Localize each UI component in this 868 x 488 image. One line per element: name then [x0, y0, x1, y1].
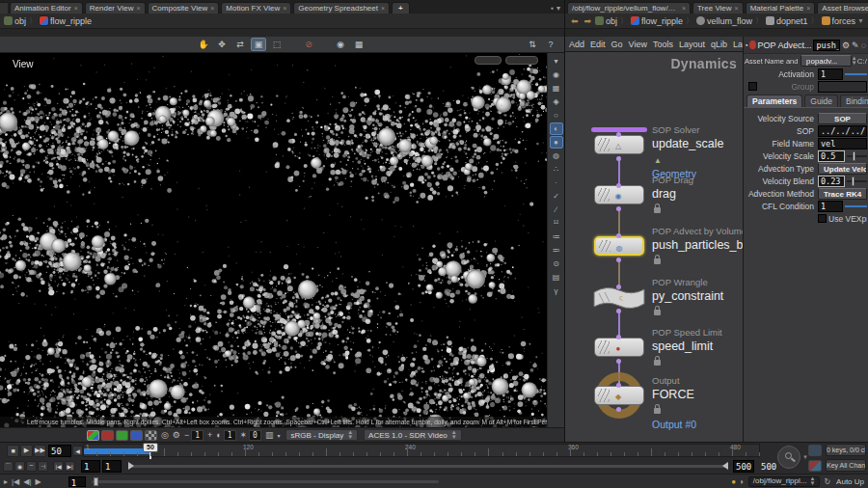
crumb-vellum-flow[interactable]: vellum_flow [707, 16, 752, 26]
field-name-field[interactable]: vel [818, 138, 867, 149]
velocity-scale-field[interactable]: 0.5 [818, 150, 845, 162]
message-log-icon[interactable]: ▸ [4, 477, 8, 486]
tab-motion-fx-view[interactable]: Motion FX View× [221, 2, 291, 14]
playbar-jog-knob[interactable] [777, 446, 800, 469]
view-menu-icon[interactable]: ▾ [550, 55, 563, 68]
knob-dropdown-icon[interactable]: ▼ [802, 454, 808, 460]
spotlight-icon[interactable]: ○ [550, 109, 563, 122]
group-list-icon[interactable]: ≔ [550, 230, 563, 243]
range-end-handle[interactable] [722, 462, 728, 470]
node-input-dot[interactable] [616, 335, 621, 339]
timeline-ruler[interactable]: 1 120 240 360 480 50 [83, 444, 760, 457]
go-range-end-button[interactable]: ▶| [65, 461, 75, 472]
close-icon[interactable]: × [806, 5, 810, 12]
group-field[interactable] [818, 81, 867, 93]
close-icon[interactable]: × [381, 5, 385, 12]
close-icon[interactable]: × [283, 5, 286, 12]
box-select-icon[interactable]: ⬚ [269, 38, 285, 51]
current-frame-field[interactable]: 50 [48, 445, 71, 457]
tab-network-path[interactable]: /obj/flow_ripple/vellum_flow/dopnet1/for… [567, 2, 691, 14]
playback-prev-icon[interactable]: |◀ [12, 477, 19, 486]
viewport-help-icon[interactable]: ? [543, 38, 558, 51]
playhead[interactable]: 50 [143, 443, 158, 452]
sop-path-field[interactable]: ../../../../V [818, 125, 867, 137]
secure-selection-icon[interactable]: ▣ [251, 38, 266, 51]
tab-animation-editor[interactable]: Animation Editor× [10, 2, 83, 14]
display-settings-gear-icon[interactable]: ⚙ [173, 430, 180, 440]
breadcrumb-flow-ripple[interactable]: flow_ripple [50, 16, 92, 26]
use-vexpression-checkbox[interactable] [818, 214, 827, 223]
gamma-field[interactable]: 0 [249, 430, 261, 441]
brush-icon[interactable]: ✎ [852, 41, 859, 50]
node-output-dot[interactable] [616, 206, 621, 211]
range-start-handle[interactable] [128, 462, 134, 470]
headlight-icon[interactable]: ◐ [550, 122, 563, 135]
node-input-dot[interactable] [616, 383, 621, 388]
node-output-dot[interactable] [616, 359, 621, 364]
gain-plus-button[interactable]: + [207, 430, 212, 440]
channel-editor-icon[interactable] [808, 460, 822, 472]
view-pan-tool-icon[interactable]: ✥ [214, 38, 230, 51]
tab-bindings[interactable]: Bindings [840, 95, 868, 107]
visualizers-icon[interactable]: ≕ [550, 244, 563, 257]
gamma-toggle-icon[interactable]: γ [550, 285, 563, 297]
node-input-dot[interactable] [616, 285, 621, 289]
keyframe-view-icon[interactable] [808, 445, 822, 456]
network-editor[interactable]: Dynamics △ SOP Solver update_scale ▲ Geo… [564, 52, 743, 442]
menu-layout[interactable]: Layout [679, 40, 705, 49]
playback-range-slider[interactable] [129, 465, 727, 468]
node-output-dot[interactable] [616, 258, 621, 262]
keyframe-options-icon[interactable]: ⁗ [26, 461, 37, 472]
profile-curves-icon[interactable]: ∕ [550, 203, 563, 216]
global-end-field[interactable]: 500 [758, 460, 779, 473]
lut-dropdown-arrow-icon[interactable]: ▾ [277, 432, 280, 439]
node-input-dot[interactable] [616, 183, 621, 188]
menu-edit[interactable]: Edit [590, 40, 606, 49]
crumb-obj[interactable]: obj [606, 16, 617, 26]
magnify-icon[interactable]: ◌ [861, 41, 866, 50]
cfl-condition-field[interactable]: 1 [818, 201, 843, 212]
scrub-handle[interactable] [94, 477, 98, 486]
nav-forward-icon[interactable]: ➡ [583, 16, 594, 26]
contrast-field[interactable]: 1 [224, 430, 236, 441]
crumb-flow-ripple[interactable]: flow_ripple [641, 16, 683, 26]
close-icon[interactable]: × [735, 5, 739, 12]
menu-go[interactable]: Go [611, 40, 623, 49]
view-tumble-tool-icon[interactable]: ✋ [196, 38, 211, 51]
velocity-scale-slider[interactable] [847, 155, 867, 157]
node-input-dot[interactable] [616, 132, 621, 137]
particle-render[interactable] [0, 53, 547, 427]
wireframe-icon[interactable]: ◍ [550, 149, 563, 162]
node-output-dot[interactable] [616, 309, 621, 313]
view-dolly-tool-icon[interactable]: ⇄ [232, 38, 248, 51]
tab-guide[interactable]: Guide [804, 95, 838, 107]
breadcrumb-dropdown-icon[interactable]: ▼ [857, 17, 864, 24]
advection-type-dropdown[interactable]: Update Velocity [818, 163, 867, 175]
pane-swap-icon[interactable]: ⇅ [525, 38, 540, 51]
play-button[interactable]: ▶ [20, 445, 33, 457]
vertex-markers-icon[interactable]: ✓ [550, 190, 563, 203]
snapshot-icon[interactable]: ◉ [333, 38, 348, 51]
activation-slider[interactable] [845, 73, 867, 75]
color-sample-icon[interactable]: ◎ [161, 430, 169, 440]
close-icon[interactable]: × [74, 5, 78, 12]
normals-icon[interactable]: · [550, 176, 563, 189]
playback-next-icon[interactable]: ◀| [23, 477, 31, 486]
go-range-start-button[interactable]: |◀ [53, 461, 64, 472]
close-icon[interactable]: × [210, 5, 214, 12]
tab-tree-view[interactable]: Tree View× [692, 2, 744, 14]
clipped-tab-stub[interactable] [0, 2, 8, 14]
realtime-toggle-icon[interactable]: ⌒ [3, 461, 14, 472]
gamma-icon[interactable]: ✶ [240, 430, 248, 440]
camera-view-icon[interactable]: ◉ [550, 68, 563, 81]
rgb-channels-button[interactable] [87, 430, 99, 441]
prev-frame-button[interactable]: ◀ [72, 446, 83, 456]
green-channel-button[interactable] [116, 430, 128, 441]
menu-qlib[interactable]: qLib [711, 40, 727, 49]
display-space-dropdown[interactable]: sRGB - Display▲▼ [285, 429, 358, 441]
camera-menu-pill[interactable] [475, 56, 502, 65]
tab-asset-browser[interactable]: Asset Browser× [817, 2, 868, 14]
blue-channel-button[interactable] [130, 430, 143, 441]
velocity-blend-field[interactable]: 0.23 [818, 176, 845, 187]
advection-method-dropdown[interactable]: Trace RK4 [818, 188, 867, 200]
